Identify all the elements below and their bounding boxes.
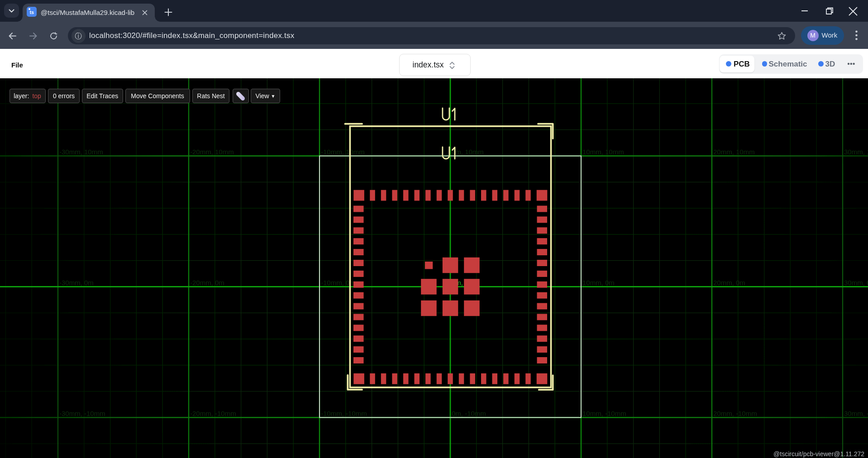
svg-text:-20mm, 0m: -20mm, 0m — [190, 279, 224, 286]
svg-text:-10mm, -10mm: -10mm, -10mm — [321, 410, 367, 417]
svg-text:-10mm, 10mm: -10mm, 10mm — [321, 148, 365, 156]
svg-text:-20mm, -10mm: -20mm, -10mm — [190, 410, 236, 417]
svg-text:-30mm, 0m: -30mm, 0m — [59, 279, 94, 286]
svg-text:0m, -10mm: 0m, -10mm — [452, 410, 486, 417]
svg-text:30mm, 0m: 30mm, 0m — [844, 279, 868, 286]
svg-text:20mm, 0m: 20mm, 0m — [713, 279, 745, 286]
svg-text:-30mm, 10mm: -30mm, 10mm — [59, 148, 103, 156]
svg-text:-30mm, -10mm: -30mm, -10mm — [59, 410, 105, 417]
svg-text:10mm, 10mm: 10mm, 10mm — [582, 148, 624, 156]
svg-text:10mm, 0m: 10mm, 0m — [582, 279, 615, 286]
svg-text:20mm, 10mm: 20mm, 10mm — [713, 148, 755, 156]
svg-text:-20mm, 10mm: -20mm, 10mm — [190, 148, 234, 156]
svg-text:10mm, -10mm: 10mm, -10mm — [582, 410, 626, 417]
svg-text:0m, 10mm: 0m, 10mm — [452, 148, 484, 156]
svg-text:30mm, -10mm: 30mm, -10mm — [844, 410, 868, 417]
svg-text:30mm, 10mm: 30mm, 10mm — [844, 148, 868, 156]
svg-text:20mm, -10mm: 20mm, -10mm — [713, 410, 757, 417]
